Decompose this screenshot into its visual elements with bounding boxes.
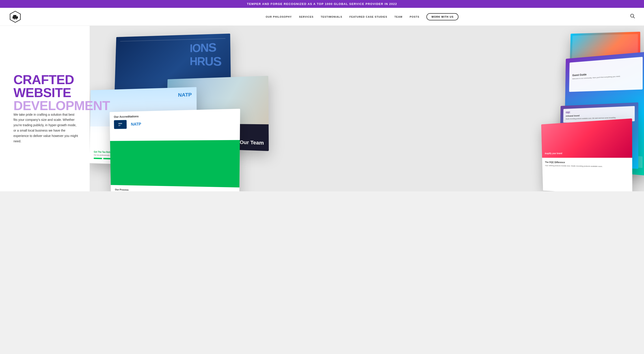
svg-rect-2 bbox=[13, 15, 16, 17]
search-icon[interactable] bbox=[630, 14, 635, 20]
nav-philosophy[interactable]: OUR PHILOSOPHY bbox=[266, 15, 292, 18]
hero-description: We take pride in crafting a solution tha… bbox=[14, 112, 78, 144]
mockup-card-bottom-right: Amplify your brand The OQC Difference OQ… bbox=[541, 118, 632, 191]
mockup-card-accreditation: Our Accreditations BBBA+ NATP Our Proces… bbox=[110, 109, 240, 191]
announcement-bar: TEMPER AND FORGE RECOGNIZED AS A TOP 100… bbox=[0, 0, 644, 8]
amplify-label: Amplify your brand bbox=[545, 152, 562, 155]
bottom-oqc-diff-label: The OQC Difference bbox=[545, 161, 628, 164]
nav-testimonials[interactable]: TESTIMONIALS bbox=[321, 15, 342, 18]
nav-posts[interactable]: POSTS bbox=[410, 15, 419, 18]
main-nav: OUR PHILOSOPHY SERVICES TESTIMONIALS FEA… bbox=[98, 13, 626, 20]
natp-badge: NATP bbox=[131, 122, 141, 127]
svg-rect-3 bbox=[14, 18, 15, 19]
logo-icon[interactable] bbox=[9, 10, 22, 23]
nav-case-studies[interactable]: FEATURED CASE STUDIES bbox=[350, 15, 388, 18]
card-3d-text: IONSHRUS bbox=[190, 40, 221, 69]
nav-services[interactable]: SERVICES bbox=[299, 15, 314, 18]
announcement-text: TEMPER AND FORGE RECOGNIZED AS A TOP 100… bbox=[247, 2, 397, 5]
hero-right-panel: IONSHRUS DESIGN BUILD OPERATE EXPERIENCE… bbox=[90, 26, 644, 191]
guest-guide-white-section: Guest Guide Welcome to our community. He… bbox=[569, 57, 643, 92]
hero-left-panel: CRAFTED WEBSITE DEVELOPMENT We take prid… bbox=[0, 26, 90, 191]
bottom-right-top: Amplify your brand bbox=[541, 118, 632, 158]
step-1 bbox=[94, 158, 102, 159]
natp-label: NATP bbox=[178, 92, 192, 98]
bottom-oqc-diff-body: OQC defining products invisible door. St… bbox=[545, 165, 628, 169]
bbb-badge: BBBA+ bbox=[114, 120, 126, 129]
team-label: Our Team bbox=[240, 139, 264, 146]
process-label: Our Process bbox=[115, 188, 234, 191]
header: OUR PHILOSOPHY SERVICES TESTIMONIALS FEA… bbox=[0, 8, 644, 26]
svg-line-6 bbox=[634, 17, 635, 18]
mockup-scene: IONSHRUS DESIGN BUILD OPERATE EXPERIENCE… bbox=[90, 26, 644, 191]
card-green-section: Our Process bbox=[110, 140, 240, 191]
nav-team[interactable]: TEAM bbox=[394, 15, 402, 18]
accreditations-label: Our Accreditations bbox=[114, 112, 235, 118]
hero-heading-line2: DEVELOPMENT bbox=[14, 98, 110, 113]
bottom-right-bottom: The OQC Difference OQC defining products… bbox=[542, 158, 632, 191]
hero-heading-line1: CRAFTED WEBSITE bbox=[14, 72, 74, 100]
svg-rect-4 bbox=[16, 18, 16, 19]
logo-area bbox=[9, 10, 98, 23]
nav-cta-button[interactable]: WORK WITH US bbox=[426, 13, 458, 20]
hero-section: CRAFTED WEBSITE DEVELOPMENT We take prid… bbox=[0, 26, 644, 191]
